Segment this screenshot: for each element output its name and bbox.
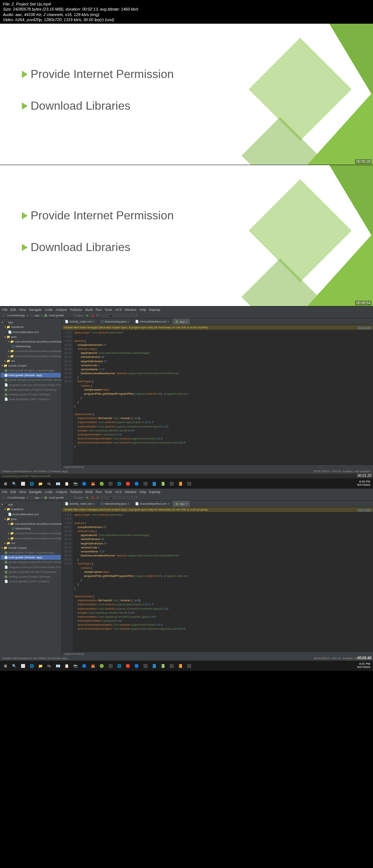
menu-refactor[interactable]: Refactor <box>70 308 82 312</box>
menu-help[interactable]: Help <box>140 308 146 312</box>
run-icon[interactable]: ▶ <box>86 496 89 499</box>
android-studio-icon[interactable]: 🟢 <box>98 662 106 670</box>
menu-bar[interactable]: File Edit View Navigate Code Analyze Ref… <box>0 307 373 313</box>
editor-tabs[interactable]: 📄activity_main.xml × ⒸMainActivity.java … <box>62 318 373 325</box>
menu-eapnap[interactable]: Eapnap <box>149 308 160 312</box>
app-icon[interactable]: ⬛ <box>168 480 176 488</box>
start-button[interactable]: ⊞ <box>1 480 9 488</box>
menu-tools[interactable]: Tools <box>105 308 112 312</box>
app-icon[interactable]: ⬛ <box>106 662 114 670</box>
menu-navigate[interactable]: Navigate <box>29 308 42 312</box>
menu-bar[interactable]: File Edit View Navigate Code Analyze Ref… <box>0 489 373 495</box>
app-icon[interactable]: ⬛ <box>185 662 193 670</box>
powerpoint-icon[interactable]: 📙 <box>176 662 184 670</box>
breadcrumb[interactable]: ⬛CountriesApp > ⬛app > ⬤build.gradle <box>2 496 64 499</box>
run-icon[interactable]: ▶ <box>86 314 89 317</box>
app-icon[interactable]: ⬛ <box>141 480 149 488</box>
sync-now-link[interactable]: Sync Now <box>358 326 371 329</box>
system-clock[interactable]: 8:21 PM 5/27/2018 <box>357 662 372 669</box>
menu-refactor[interactable]: Refactor <box>70 490 82 494</box>
app-icon[interactable]: 📧 <box>54 662 62 670</box>
chrome-icon[interactable]: 🔴 <box>124 662 132 670</box>
app-icon[interactable]: 📷 <box>71 480 79 488</box>
chrome-icon[interactable]: 🔴 <box>124 480 132 488</box>
word-icon[interactable]: 📘 <box>150 662 158 670</box>
app-icon[interactable]: 🔵 <box>80 662 88 670</box>
app-icon[interactable]: 📋 <box>63 662 71 670</box>
app-icon[interactable]: 📋 <box>63 480 71 488</box>
menu-edit[interactable]: Edit <box>11 490 16 494</box>
menu-vcs[interactable]: VCS <box>115 490 122 494</box>
menu-file[interactable]: File <box>2 308 8 312</box>
excel-icon[interactable]: 📗 <box>159 662 167 670</box>
code-breadcrumb[interactable]: dependencies() <box>62 652 373 656</box>
menu-help[interactable]: Help <box>140 490 146 494</box>
system-clock[interactable]: 8:20 PM 5/27/2018 <box>357 480 372 487</box>
task-view-icon[interactable]: ⬜ <box>19 480 27 488</box>
app-icon[interactable]: ⬛ <box>185 480 193 488</box>
app-icon[interactable]: 🌐 <box>115 662 123 670</box>
app-icon[interactable]: 🦊 <box>89 662 97 670</box>
edge-icon[interactable]: 🌐 <box>28 662 36 670</box>
excel-icon[interactable]: 📗 <box>159 480 167 488</box>
menu-code[interactable]: Code <box>45 490 53 494</box>
app-icon[interactable]: ⬛ <box>168 662 176 670</box>
menu-analyze[interactable]: Analyze <box>55 490 67 494</box>
android-studio-icon[interactable]: 🟢 <box>98 480 106 488</box>
store-icon[interactable]: 🛍 <box>45 662 53 670</box>
app-icon[interactable]: 🌐 <box>115 480 123 488</box>
word-icon[interactable]: 📘 <box>150 480 158 488</box>
menu-window[interactable]: Window <box>125 490 137 494</box>
menu-build[interactable]: Build <box>85 308 93 312</box>
menu-view[interactable]: View <box>19 308 26 312</box>
code-content[interactable]: apply plugin: 'com.android.application' … <box>73 512 373 652</box>
windows-taskbar[interactable]: ⊞ 🔍 ⬜ 🌐 📁 🛍 📧 📋 📷 🔵 🦊 🟢 ⬛ 🌐 🔴 🔵 ⬛ 📘 📗 ⬛ … <box>0 478 373 489</box>
menu-file[interactable]: File <box>2 490 8 494</box>
line-gutter: 1 2 3 4 5 6 7 8 9 10 11 12 13 14 15 16 1… <box>62 512 73 652</box>
app-icon[interactable]: 📷 <box>71 662 79 670</box>
menu-window[interactable]: Window <box>125 308 137 312</box>
breadcrumb[interactable]: ⬛CountriesApp > ⬛app > ⬤build.gradle <box>2 314 64 317</box>
search-icon[interactable]: 🔍 <box>10 480 18 488</box>
project-sidebar[interactable]: ▾ 📱 app ▾ 📁 manifests 📄 AndroidManifest.… <box>0 318 62 469</box>
app-icon[interactable]: 📧 <box>54 480 62 488</box>
app-icon[interactable]: 🦊 <box>89 480 97 488</box>
menu-code[interactable]: Code <box>45 308 53 312</box>
menu-run[interactable]: Run <box>96 490 102 494</box>
toolbar-icons[interactable]: ⟳ ⬛ ⬛ 📱 ⬛ ⬛ ⬛ ⬛ ⬛ ? <box>97 496 137 499</box>
toolbar-icons[interactable]: ⟳ ⬛ ⬛ 📱 ⬛ ⬛ ⬛ ⬛ ⬛ ? <box>97 314 137 317</box>
app-icon[interactable]: ⬛ <box>106 480 114 488</box>
menu-vcs[interactable]: VCS <box>115 308 122 312</box>
start-button[interactable]: ⊞ <box>1 662 9 670</box>
explorer-icon[interactable]: 📁 <box>36 662 44 670</box>
code-editor[interactable]: 1 2 3 4 5 6 7 8 9 10 11 12 13 14 15 16 1… <box>62 512 373 652</box>
menu-navigate[interactable]: Navigate <box>29 490 42 494</box>
code-editor[interactable]: 1 2 3 4 5 6 7 8 9 10 11 12 13 14 15 16 1… <box>62 330 373 465</box>
project-sidebar[interactable]: ▾ 📱 app ▾ 📁 manifests 📄 AndroidManifest.… <box>0 501 62 656</box>
app-icon[interactable]: ⬛ <box>141 662 149 670</box>
code-breadcrumb[interactable]: dependencies() <box>62 465 373 469</box>
sync-now-link[interactable]: Sync Now <box>358 508 371 511</box>
skype-icon[interactable]: 🔵 <box>133 480 141 488</box>
debug-icon[interactable]: 🐞 <box>91 314 94 317</box>
bullet-triangle-icon <box>22 244 28 251</box>
menu-edit[interactable]: Edit <box>11 308 16 312</box>
windows-taskbar[interactable]: ⊞ 🔍 ⬜ 🌐 📁 🛍 📧 📋 📷 🔵 🦊 🟢 ⬛ 🌐 🔴 🔵 ⬛ 📘 📗 ⬛ … <box>0 661 373 671</box>
code-content[interactable]: apply plugin: 'com.android.application' … <box>73 330 373 465</box>
app-icon[interactable]: 🔵 <box>80 480 88 488</box>
editor-tabs[interactable]: 📄activity_main.xml × ⒸMainActivity.java … <box>62 501 373 507</box>
powerpoint-icon[interactable]: 📙 <box>176 480 184 488</box>
menu-view[interactable]: View <box>19 490 26 494</box>
menu-tools[interactable]: Tools <box>105 490 112 494</box>
store-icon[interactable]: 🛍 <box>45 480 53 488</box>
task-view-icon[interactable]: ⬜ <box>19 662 27 670</box>
explorer-icon[interactable]: 📁 <box>36 480 44 488</box>
search-icon[interactable]: 🔍 <box>10 662 18 670</box>
menu-eapnap[interactable]: Eapnap <box>149 490 160 494</box>
debug-icon[interactable]: 🐞 <box>91 496 94 499</box>
menu-build[interactable]: Build <box>85 490 93 494</box>
skype-icon[interactable]: 🔵 <box>133 662 141 670</box>
menu-run[interactable]: Run <box>96 308 102 312</box>
edge-icon[interactable]: 🌐 <box>28 480 36 488</box>
menu-analyze[interactable]: Analyze <box>55 308 67 312</box>
